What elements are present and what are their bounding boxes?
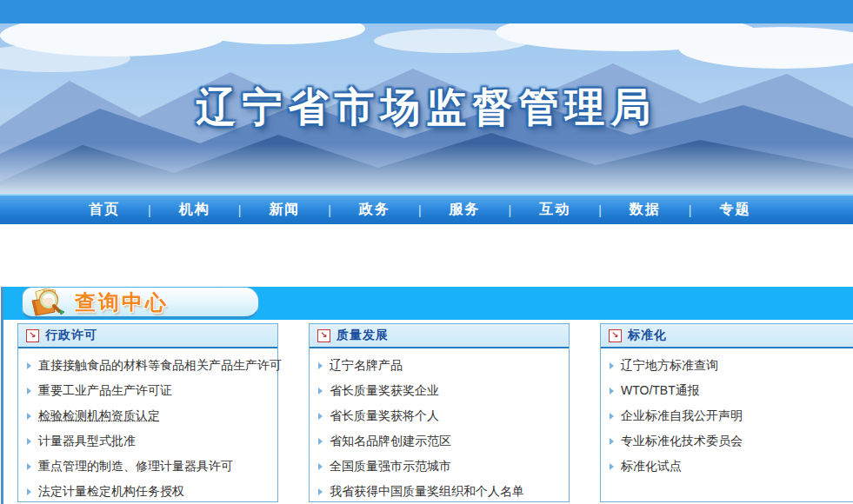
link-item[interactable]: 企业标准自我公开声明 [601,403,853,428]
nav-item-interact[interactable]: 互动 [511,201,598,219]
link-item[interactable]: 标准化试点 [601,454,853,479]
link-item[interactable]: 检验检测机构资质认定 [18,403,277,428]
section-link-list: 直接接触食品的材料等食品相关产品生产许可重要工业产品生产许可证检验检测机构资质认… [18,348,277,504]
main-navigation: 首页|机构|新闻|政务|服务|互动|数据|专题 [0,194,853,224]
enter-arrow-icon: ↘ [317,329,330,342]
triangle-bullet-icon [318,413,323,420]
enter-arrow-icon: ↘ [609,329,622,342]
header-banner: 辽宁省市场监督管理局 [0,23,853,194]
triangle-bullet-icon [318,463,323,470]
link-item[interactable]: 省长质量奖获将个人 [310,403,569,428]
link-text[interactable]: 我省获得中国质量奖组织和个人名单 [330,479,524,504]
link-item[interactable]: 法定计量检定机构任务授权 [18,479,277,504]
section-box-administrative-licensing: ↘ 行政许可 直接接触食品的材料等食品相关产品生产许可重要工业产品生产许可证检验… [17,323,278,502]
link-text[interactable]: 辽宁地方标准查询 [621,353,718,378]
triangle-bullet-icon [27,362,31,369]
link-item[interactable]: 专业标准化技术委员会 [601,428,853,454]
link-text[interactable]: 检验检测机构资质认定 [38,403,160,428]
left-border-line [1,287,3,504]
link-item[interactable]: 辽宁名牌产品 [310,353,569,378]
section-title: 质量发展 [337,328,389,343]
nav-item-services[interactable]: 服务 [422,201,509,219]
link-text[interactable]: 省知名品牌创建示范区 [330,428,451,454]
link-item[interactable]: 我省获得中国质量奖组织和个人名单 [310,479,569,504]
nav-item-orgs[interactable]: 机构 [151,201,238,219]
triangle-bullet-icon [610,463,614,470]
link-item[interactable]: 重要工业产品生产许可证 [18,378,277,403]
triangle-bullet-icon [318,362,323,369]
link-item[interactable]: 直接接触食品的材料等食品相关产品生产许可 [18,353,277,378]
link-text[interactable]: 标准化试点 [621,454,682,479]
triangle-bullet-icon [27,388,31,395]
enter-arrow-icon: ↘ [26,329,39,342]
link-text[interactable]: 重要工业产品生产许可证 [38,378,172,403]
section-link-list: 辽宁名牌产品省长质量奖获奖企业省长质量奖获将个人省知名品牌创建示范区全国质量强市… [310,348,569,504]
top-bar [0,0,853,23]
section-header: ↘ 行政许可 [18,324,277,348]
triangle-bullet-icon [610,413,614,420]
site-title: 辽宁省市场监督管理局 [0,81,853,135]
link-item[interactable]: WTO/TBT通报 [601,378,853,403]
link-text[interactable]: 辽宁名牌产品 [330,353,403,378]
section-header: ↘ 质量发展 [310,324,569,348]
section-title: 标准化 [628,328,667,343]
link-text[interactable]: 计量器具型式批准 [38,428,136,454]
nav-item-home[interactable]: 首页 [61,201,148,219]
section-box-quality-development: ↘ 质量发展 辽宁名牌产品省长质量奖获奖企业省长质量奖获将个人省知名品牌创建示范… [309,323,570,502]
query-center-label: 查询中心 [75,288,169,316]
triangle-bullet-icon [27,438,31,445]
triangle-bullet-icon [318,488,323,495]
triangle-bullet-icon [610,388,614,395]
page: 辽宁省市场监督管理局 首页|机构|新闻|政务|服务|互动|数据|专题 查询中心 [0,0,853,504]
link-text[interactable]: 直接接触食品的材料等食品相关产品生产许可 [38,353,282,378]
triangle-bullet-icon [27,413,31,420]
section-box-standardization: ↘ 标准化 辽宁地方标准查询WTO/TBT通报企业标准自我公开声明专业标准化技术… [600,323,853,502]
triangle-bullet-icon [27,488,31,495]
section-link-list: 辽宁地方标准查询WTO/TBT通报企业标准自我公开声明专业标准化技术委员会标准化… [601,348,853,479]
triangle-bullet-icon [318,388,323,395]
query-sections: ↘ 行政许可 直接接触食品的材料等食品相关产品生产许可重要工业产品生产许可证检验… [17,323,853,502]
query-center-bar: 查询中心 [3,287,853,320]
nav-item-gov[interactable]: 政务 [331,201,418,219]
triangle-bullet-icon [610,438,614,445]
section-title: 行政许可 [45,328,97,343]
link-item[interactable]: 辽宁地方标准查询 [601,353,853,378]
nav-item-news[interactable]: 新闻 [241,201,328,219]
link-item[interactable]: 省知名品牌创建示范区 [310,428,569,454]
link-text[interactable]: 全国质量强市示范城市 [330,454,451,479]
link-text[interactable]: 法定计量检定机构任务授权 [38,479,184,504]
link-item[interactable]: 计量器具型式批准 [18,428,277,454]
search-box-icon [30,288,70,316]
triangle-bullet-icon [318,438,323,445]
link-text[interactable]: 企业标准自我公开声明 [621,403,743,428]
link-text[interactable]: 省长质量奖获奖企业 [330,378,439,403]
triangle-bullet-icon [610,362,614,369]
link-item[interactable]: 省长质量奖获奖企业 [310,378,569,403]
link-text[interactable]: 专业标准化技术委员会 [621,428,743,454]
link-text[interactable]: WTO/TBT通报 [621,378,700,403]
link-text[interactable]: 省长质量奖获将个人 [330,403,439,428]
link-item[interactable]: 全国质量强市示范城市 [310,454,569,479]
query-center-tab[interactable]: 查询中心 [22,287,259,319]
nav-item-topics[interactable]: 专题 [691,201,778,219]
triangle-bullet-icon [27,463,31,470]
link-item[interactable]: 重点管理的制造、修理计量器具许可 [18,454,277,479]
nav-item-data[interactable]: 数据 [602,201,689,219]
section-header: ↘ 标准化 [601,324,853,348]
link-text[interactable]: 重点管理的制造、修理计量器具许可 [38,454,233,479]
